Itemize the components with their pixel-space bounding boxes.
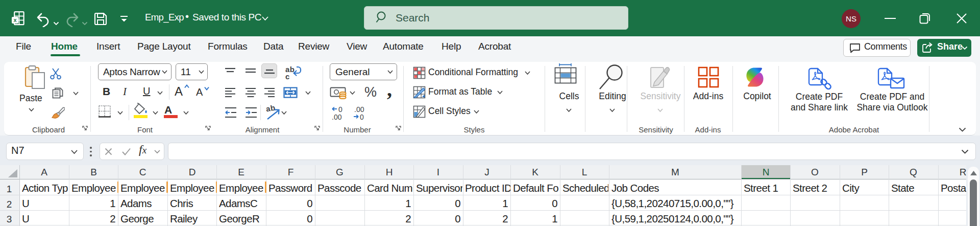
svg-text:x: x bbox=[13, 17, 17, 23]
svg-text:0: 0 bbox=[360, 113, 364, 120]
svg-text:0: 0 bbox=[338, 106, 342, 114]
svg-text:.00: .00 bbox=[354, 106, 364, 114]
svg-text:.00: .00 bbox=[332, 113, 342, 120]
